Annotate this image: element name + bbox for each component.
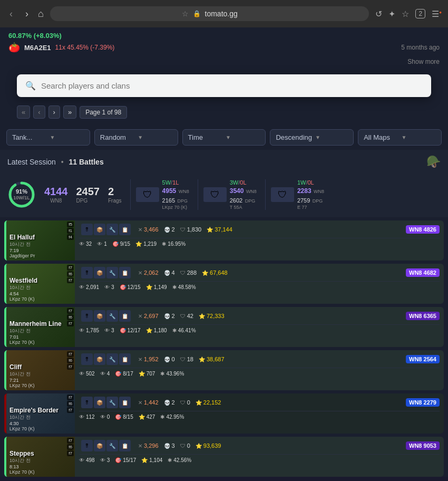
spots-icon-4: 👁 [79, 414, 84, 420]
time-filter[interactable]: Time ▼ [182, 129, 266, 146]
xp-val-4: 22,152 [203, 399, 221, 406]
player-partial-info: 60.87% (+8.03%) 🍅 M6A2E1 11x 45.45% (-7.… [0, 27, 448, 125]
map-time-2: 10시간 전 [9, 328, 72, 334]
hits-val-0: 1 [104, 241, 107, 247]
next-page-button[interactable]: › [48, 105, 60, 119]
wn8-chip-0: WN8 4826 [406, 225, 440, 234]
xp-val-0: 37,144 [215, 226, 232, 233]
medal-3: 🔧 [106, 267, 118, 278]
spots-val-2: 1,785 [86, 328, 99, 333]
battle-row-1[interactable]: f7f6f7 Westfield 10시간 전 4:54 LKpz 70 (K)… [4, 264, 444, 304]
last-page-button[interactable]: » [63, 105, 76, 119]
map-tank-5: LKpz 70 (K) [9, 469, 72, 475]
hp-stat-2: 🛡 42 [180, 313, 193, 319]
tank-wn8-2: 3540 WN8 [230, 186, 257, 195]
battle-stats-row1-3: 🎖 📦 🔧 📋 ✕ 1,952 💀 0 🛡 [79, 353, 440, 365]
home-button[interactable]: ⌂ [38, 8, 44, 20]
medal-3: 🔧 [106, 310, 118, 322]
back-button[interactable]: ‹ [6, 6, 16, 22]
map-filter[interactable]: All Maps ▼ [358, 129, 442, 146]
winrate-circle: 91% 10W/1L [7, 180, 36, 209]
accuracy-val-2: 12/17 [128, 328, 141, 333]
hits-stat-5: 👁 3 [100, 457, 110, 463]
battle-inner-4: f7f6f7 Empire's Border 10시간 전 4:30 LKpz … [6, 393, 444, 434]
map-duration-2: 7:01 [9, 334, 72, 340]
battle-row-5[interactable]: f7f6f7 Steppes 10시간 전 8:13 LKpz 70 (K) 🎖… [4, 437, 444, 477]
battle-row-0[interactable]: f5f1f4 El Halluf 10시간 전 7:19 Jagdtiger P… [4, 220, 444, 261]
separator-5 [79, 454, 440, 455]
kills-icon-1: 💀 [164, 270, 170, 276]
damage-icon-5: ✕ [138, 443, 142, 449]
xp-stat-1: ⭐ 67,648 [202, 270, 228, 276]
kills-icon-4: 💀 [164, 400, 170, 406]
tank-filter[interactable]: Tank... ▼ [6, 129, 90, 146]
session-header: Latest Session • 11 Battles 🪖 [0, 150, 448, 174]
tank-filter-label: Tank... [12, 133, 46, 141]
menu-icon[interactable]: ☰● [432, 9, 442, 19]
mode-filter-label: Random [100, 133, 134, 141]
page-indicator: Page 1 of 98 [80, 106, 127, 119]
filter-row: Tank... ▼ Random ▼ Time ▼ Descending ▼ A… [0, 125, 448, 150]
tier-badge: f7 [67, 265, 74, 271]
hp-val-3: 18 [187, 356, 193, 362]
hits-val-5: 3 [107, 457, 110, 463]
kills-stat-4: 💀 2 [164, 399, 175, 406]
rating-icon-5: ⭐ [141, 457, 148, 463]
medal-1: 🎖 [81, 440, 93, 451]
hp-val-5: 0 [187, 442, 190, 449]
tank-wl-1: 5W/1L [162, 179, 189, 186]
session-avatar[interactable]: 🪖 [426, 155, 441, 169]
battle-row-4[interactable]: f7f6f7 Empire's Border 10시간 전 4:30 LKpz … [4, 393, 444, 434]
wn8-chip-1: WN8 4682 [406, 268, 440, 277]
search-input[interactable]: Search players and clans [41, 81, 130, 90]
percent-icon-0: ✱ [162, 241, 166, 247]
tank-name-label-3: E 77 [297, 205, 324, 210]
tank-stat: 11x 45.45% (-7.39%) [55, 44, 115, 51]
hits-stat-3: 👁 4 [100, 371, 110, 377]
winrate-pct: 91% 10W/1L [13, 188, 30, 201]
damage-icon-3: ✕ [138, 357, 142, 362]
tab-count[interactable]: 2 [415, 9, 425, 18]
search-bar[interactable]: 🔍 Search players and clans [17, 74, 431, 97]
prev-page-button[interactable]: ‹ [33, 105, 45, 119]
mode-filter[interactable]: Random ▼ [94, 129, 178, 146]
rating-val-1: 1,149 [154, 284, 167, 290]
map-bg-5: f7f6f7 Steppes 10시간 전 8:13 LKpz 70 (K) [6, 437, 75, 477]
battle-map-1: f7f6f7 Westfield 10시간 전 4:54 LKpz 70 (K) [6, 264, 75, 304]
refresh-icon[interactable]: ↺ [375, 9, 382, 19]
sort-filter[interactable]: Descending ▼ [270, 129, 354, 146]
address-bar[interactable]: ☆ 🔒 tomato.gg [50, 6, 369, 21]
battle-stats-row1-4: 🎖 📦 🔧 📋 ✕ 1,442 💀 2 🛡 [79, 397, 440, 408]
battle-row-2[interactable]: f7f6f7 Mannerheim Line 10시간 전 7:01 LKpz … [4, 307, 444, 347]
map-bg-1: f7f6f7 Westfield 10시간 전 4:54 LKpz 70 (K) [6, 264, 75, 304]
url-text: tomato.gg [205, 9, 238, 18]
mode-filter-chevron: ▼ [138, 134, 172, 140]
map-time-3: 10시간 전 [9, 371, 72, 378]
hits-icon-2: 👁 [104, 328, 110, 333]
accuracy-stat-0: 🎯 9/15 [112, 241, 130, 247]
show-more-button[interactable]: Show more [407, 58, 440, 65]
separator-2 [79, 324, 440, 325]
percent-stat-1: ✱ 48.58% [172, 284, 196, 290]
tank-name: M6A2E1 [24, 44, 51, 52]
map-time-4: 10시간 전 [9, 414, 72, 421]
kills-stat-1: 💀 4 [164, 270, 175, 276]
hits-stat-0: 👁 1 [97, 241, 107, 247]
wn8-chip-2: WN8 6365 [406, 312, 440, 320]
hits-icon-4: 👁 [100, 414, 105, 420]
accuracy-icon-4: 🎯 [115, 414, 121, 420]
first-page-button[interactable]: « [17, 105, 30, 119]
percent-val-1: 48.58% [178, 284, 196, 290]
forward-button[interactable]: › [22, 6, 32, 22]
session-dpg: 2457 DPG [76, 186, 100, 204]
battle-row-3[interactable]: f7f6f7 Cliff 10시간 전 7:21 LKpz 70 (K) 🎖 📦 [4, 350, 444, 390]
battle-stats-row2-1: 👁 2,091 👁 3 🎯 12/15 ⭐ 1,149 [79, 284, 440, 290]
rating-stat-0: ⭐ 1,219 [135, 241, 157, 247]
wn8-badge-0: WN8 4826 [406, 225, 440, 234]
extensions-icon[interactable]: ✦ [388, 9, 395, 19]
map-bg-4: f7f6f7 Empire's Border 10시간 전 4:30 LKpz … [6, 393, 75, 434]
tank-stat-1: 🛡 5W/1L 4955 WN8 2165 DPG LKpz 70 (K) [130, 179, 189, 210]
accuracy-stat-2: 🎯 12/17 [120, 328, 141, 333]
favorites-icon[interactable]: ☆ [402, 9, 409, 19]
damage-val-1: 2,062 [144, 270, 159, 276]
